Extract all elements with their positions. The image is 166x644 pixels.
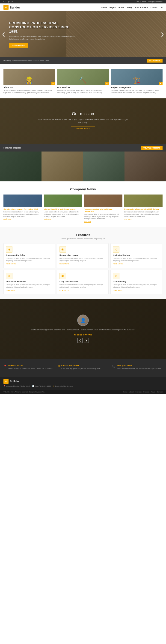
- location-icon: 📍: [4, 365, 7, 368]
- news-card-1: Construction company November 2014 Lorem…: [4, 194, 42, 222]
- footer-nav-projects[interactable]: Projects: [143, 391, 149, 393]
- google-plus-icon[interactable]: g+: [8, 1, 10, 3]
- feature-link-2[interactable]: READ MORE: [59, 263, 69, 265]
- featured-button[interactable]: VIEW ALL PROJECTS: [141, 146, 162, 150]
- nav-pages[interactable]: Pages: [110, 6, 116, 8]
- service-card-2: 🔨 ▶ Our Services Professional constructi…: [57, 69, 109, 94]
- service-title-2: Our Services: [57, 86, 109, 88]
- news-link-1[interactable]: read more: [4, 218, 11, 220]
- address-icon: 📍: [4, 385, 6, 387]
- avatar-icon: 👤: [80, 318, 86, 323]
- feature-link-6[interactable]: READ MORE: [113, 290, 123, 291]
- news-card-4: Construction featured with ABC Builder L…: [124, 194, 163, 222]
- feature-card-6: ◇ User Friendly Lorem ipsum dolor sit am…: [110, 270, 162, 294]
- service-card-1: 👷 ▶ About Us We are builder construction…: [4, 69, 55, 94]
- nav-home[interactable]: Home: [101, 6, 107, 8]
- news-desc-4: Lorem ipsum dolor sit amet, conse adipis…: [124, 211, 163, 218]
- nav-about[interactable]: About: [119, 6, 124, 8]
- news-link-2[interactable]: read more: [44, 218, 51, 220]
- project-image-1[interactable]: [0, 152, 42, 182]
- unlimited-option-icon: ◇: [115, 248, 117, 251]
- feature-link-4[interactable]: READ MORE: [6, 290, 16, 291]
- news-desc-1: Lorem ipsum dolor sit amet, conse adipis…: [4, 211, 42, 218]
- testimonial-next-button[interactable]: ❯: [84, 338, 89, 343]
- footer-nav-about[interactable]: About: [129, 391, 133, 393]
- main-nav: Home Pages About Blog Post Formats Conta…: [101, 6, 162, 9]
- news-card-3: New construction site building a townhou…: [84, 194, 122, 222]
- twitter-icon[interactable]: t: [6, 1, 6, 3]
- feature-title-1: Awesome Portfolio: [6, 254, 53, 256]
- logo-icon: ⚙: [4, 5, 9, 10]
- nav-post-formats[interactable]: Post Formats: [135, 6, 148, 8]
- feature-title-4: Interactive Elements: [6, 280, 53, 283]
- feature-link-1[interactable]: READ MORE: [6, 263, 16, 265]
- feature-card-4: ◈ Interactive Elements Lorem ipsum dolor…: [4, 270, 55, 294]
- slide-bar: Providing professional construction serv…: [0, 57, 166, 64]
- footer-location-text: We are located in 1234 suburb Street, Lo…: [8, 368, 53, 370]
- news-link-3[interactable]: read more: [84, 221, 91, 222]
- feature-icon-5: ◉: [59, 273, 66, 279]
- footer-nav-home[interactable]: Home: [123, 391, 127, 393]
- footer-nav-services[interactable]: Services: [135, 391, 142, 393]
- testimonial-name: MICHEL CATTAR: [31, 334, 135, 336]
- logo[interactable]: ⚙ Builder: [4, 5, 20, 10]
- service-desc-1: We are builder construction company from…: [4, 89, 55, 94]
- project-image-2[interactable]: [42, 152, 83, 182]
- project-image-4[interactable]: [124, 152, 166, 182]
- hero-cta-button[interactable]: LEARN MORE: [9, 43, 28, 48]
- interactive-elements-icon: ◈: [8, 274, 10, 278]
- linkedin-icon[interactable]: in: [12, 1, 13, 3]
- project-image-3[interactable]: [83, 152, 124, 182]
- news-link-4[interactable]: read more: [124, 218, 132, 220]
- hero-content: PROVIDING PROFESSIONAL CONSTRUCTION SERV…: [9, 21, 78, 48]
- feature-card-5: ◉ Fully Customizable Lorem ipsum dolor s…: [57, 270, 109, 294]
- news-title-2: Interior Modelling and design project: [44, 208, 82, 210]
- feature-icon-3: ◇: [113, 246, 119, 253]
- mission-button[interactable]: LEARN MORE CEО: [71, 126, 95, 131]
- hero-title: PROVIDING PROFESSIONAL CONSTRUCTION SERV…: [9, 21, 78, 34]
- feature-title-5: Fully Customizable: [59, 280, 106, 283]
- footer-nav: Home About Services Projects News Contac…: [123, 391, 162, 393]
- social-links[interactable]: f t g+ in: [4, 1, 14, 3]
- footer-email-content: ✉ Contact us by email If you have any qu…: [58, 364, 108, 370]
- service-image-2: 🔨 ▶: [57, 69, 109, 85]
- nav-contact[interactable]: Contact: [150, 6, 158, 8]
- testimonial-prev-button[interactable]: ❮: [77, 338, 82, 343]
- hero-prev-arrow[interactable]: ❮: [2, 32, 5, 37]
- hero-section: ❮ PROVIDING PROFESSIONAL CONSTRUCTION SE…: [0, 11, 166, 57]
- feature-link-5[interactable]: READ MORE: [59, 290, 69, 291]
- hero-next-arrow[interactable]: ❯: [161, 32, 164, 37]
- feature-title-2: Responsive Layout: [59, 254, 106, 256]
- email-icon: ✉: [58, 365, 60, 368]
- mission-description: As a contractor, we promise to take care…: [37, 118, 129, 124]
- service-desc-3: Our highly educated staff we will make s…: [111, 89, 162, 94]
- nav-blog[interactable]: Blog: [127, 6, 132, 8]
- footer-quote-text: Need construction service and destinatio…: [117, 368, 161, 370]
- news-title-1: Construction company November 2014: [4, 208, 42, 210]
- footer-email-title: Contact us by email: [61, 364, 101, 366]
- facebook-icon[interactable]: f: [4, 1, 4, 3]
- footer-col-location: 📍 Where to find us We are located in 123…: [4, 364, 54, 370]
- slide-bar-button[interactable]: LEARN MORE: [147, 59, 162, 62]
- footer-location-title: Where to find us: [8, 364, 53, 366]
- footer-logo: ⚙ Builder: [4, 379, 162, 384]
- user-friendly-icon: ◇: [115, 274, 117, 278]
- feature-link-3[interactable]: READ MORE: [113, 263, 123, 265]
- footer-email-text: If you have any questions, you can conta…: [61, 368, 101, 370]
- fully-customizable-icon: ◉: [61, 274, 64, 278]
- service-image-3: 🏗️ ▶: [111, 69, 162, 85]
- footer-logo-text: Builder: [10, 380, 19, 383]
- mission-content: Our mission As a contractor, we promise …: [37, 112, 129, 131]
- feature-icon-1: ◈: [6, 246, 13, 253]
- footer-email-item: ✉ Email: info@builder.com: [53, 385, 73, 388]
- footer-nav-news[interactable]: News: [151, 391, 155, 393]
- hero-description: Professional construction services from …: [9, 35, 78, 40]
- footer-nav-contact[interactable]: Contact: [157, 391, 162, 393]
- service-title-1: About Us: [4, 86, 55, 88]
- hero-image-overlay: [66, 11, 166, 57]
- footer-info-section: 📍 Where to find us We are located in 123…: [0, 359, 166, 377]
- service-badge-2: ▶: [105, 82, 109, 85]
- feature-icon-2: ◉: [59, 246, 66, 253]
- menu-icon[interactable]: ≡: [161, 6, 162, 9]
- email-address: info@builder.com: [148, 1, 162, 3]
